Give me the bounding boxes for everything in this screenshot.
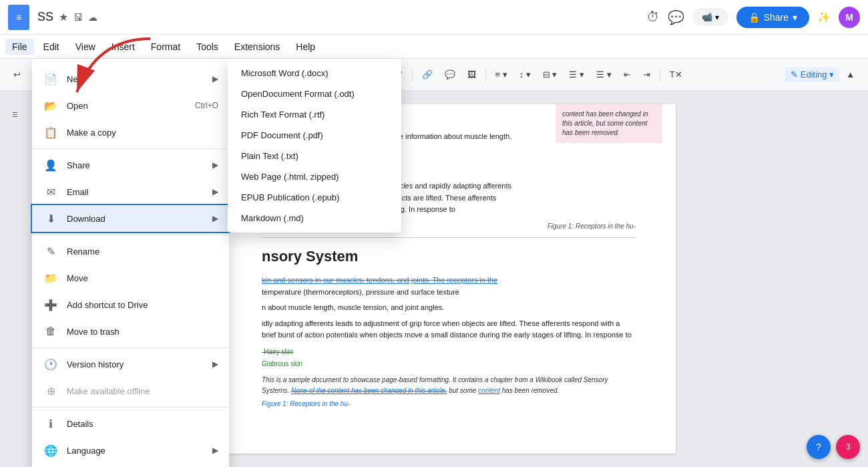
menu-bar: File Edit View Insert Format Tools Exten… [0, 35, 868, 59]
history-icon[interactable]: ⏱ [646, 9, 660, 25]
meet-button[interactable]: 📹 ▾ [692, 8, 728, 26]
download-odt[interactable]: OpenDocument Format (.odt) [228, 84, 401, 104]
footer-text: This is a sample document to showcase pa… [262, 375, 636, 396]
left-margin: ☰ [0, 91, 29, 467]
glabrous-skin: Glabrous skin [262, 359, 636, 369]
cloud-icon: ☁ [88, 12, 97, 23]
para3: kin and sensors in our muscles, tendons,… [262, 275, 636, 298]
menu-insert[interactable]: Insert [105, 39, 142, 55]
user-count-icon[interactable]: 3 [836, 435, 860, 459]
open-label: Open [67, 101, 195, 111]
help-icon[interactable]: ? [807, 435, 831, 459]
numbered-list-button[interactable]: ☰ ▾ [591, 67, 617, 82]
version-arrow: ▶ [212, 359, 218, 369]
insert-image-button[interactable]: 🖼 [462, 67, 481, 82]
menu-view[interactable]: View [69, 39, 102, 55]
file-open[interactable]: 📂 Open Ctrl+O [32, 92, 229, 119]
fig-caption-bottom: Figure 1: Receptors in the hu- [262, 399, 636, 410]
file-rename[interactable]: ✎ Rename [32, 238, 229, 265]
menu-format[interactable]: Format [144, 39, 187, 55]
share-arrow: ▶ [212, 160, 218, 170]
para5: idly adapting afferents leads to adjustm… [262, 318, 636, 341]
share-button[interactable]: 🔒 Share ▾ [736, 7, 809, 28]
toolbar-right: ⏱ 💬 📹 ▾ 🔒 Share ▾ ✨ M [646, 7, 860, 28]
editing-mode-dropdown[interactable]: ✎ Editing ▾ [785, 67, 839, 82]
file-version-history[interactable]: 🕐 Version history ▶ [32, 351, 229, 377]
file-menu: 📄 New ▶ 📂 Open Ctrl+O 📋 Make a copy 👤 Sh… [32, 59, 229, 467]
doc-title: SS [37, 10, 53, 24]
download-icon: ⬇ [43, 210, 59, 226]
star-icon[interactable]: ★ [59, 11, 68, 23]
avatar[interactable]: M [839, 7, 860, 28]
menu-tools[interactable]: Tools [190, 39, 225, 55]
para4: n about muscle length, muscle tension, a… [262, 302, 636, 314]
download-label: Download [67, 214, 212, 224]
file-move[interactable]: 📁 Move [32, 265, 229, 291]
offline-icon: ⊕ [43, 383, 59, 399]
shortcut-icon: ➕ [43, 297, 59, 313]
menu-edit[interactable]: Edit [37, 39, 66, 55]
sep5 [412, 68, 413, 82]
offline-label: Make available offline [67, 386, 218, 396]
details-icon: ℹ [43, 416, 59, 432]
meet-icon: 📹 [702, 12, 712, 22]
email-arrow: ▶ [212, 187, 218, 196]
big-title: nsory System [262, 245, 636, 268]
move-label: Move [67, 273, 218, 283]
decrease-indent-button[interactable]: ⇤ [618, 67, 636, 82]
file-language[interactable]: 🌐 Language ▶ [32, 437, 229, 464]
clear-format-button[interactable]: T✕ [664, 67, 688, 82]
align-button[interactable]: ≡ ▾ [490, 67, 513, 82]
download-html[interactable]: Web Page (.html, zipped) [228, 166, 401, 187]
file-new[interactable]: 📄 New ▶ [32, 65, 229, 92]
file-details[interactable]: ℹ Details [32, 410, 229, 437]
line-spacing-button[interactable]: ↕ ▾ [514, 67, 536, 82]
trash-icon: 🗑 [43, 323, 59, 339]
file-add-shortcut[interactable]: ➕ Add shortcut to Drive [32, 291, 229, 318]
share-icon: 🔒 [748, 12, 760, 23]
email-label: Email [67, 187, 212, 197]
download-md[interactable]: Markdown (.md) [228, 208, 401, 228]
comment-icon[interactable]: 💬 [668, 9, 684, 25]
file-share[interactable]: 👤 Share ▶ [32, 152, 229, 178]
share-label: Share [67, 160, 212, 170]
collapse-button[interactable]: ▲ [841, 67, 860, 82]
shortcut-label: Add shortcut to Drive [67, 300, 218, 310]
trash-label: Move to trash [67, 327, 218, 337]
menu-extensions[interactable]: Extensions [228, 39, 286, 55]
file-email[interactable]: ✉ Email ▶ [32, 178, 229, 205]
download-epub[interactable]: EPUB Publication (.epub) [228, 187, 401, 208]
meet-label: ▾ [715, 13, 719, 22]
bullet-list-button[interactable]: ☰ ▾ [564, 67, 590, 82]
file-menu-section3: ✎ Rename 📁 Move ➕ Add shortcut to Drive … [32, 235, 229, 348]
doc-icon [8, 5, 29, 30]
download-docx[interactable]: Microsoft Word (.docx) [228, 63, 401, 84]
columns-button[interactable]: ⊟ ▾ [537, 67, 563, 82]
download-rtf[interactable]: Rich Text Format (.rtf) [228, 104, 401, 125]
increase-indent-button[interactable]: ⇥ [638, 67, 656, 82]
open-icon: 📂 [43, 98, 59, 114]
share-icon: 👤 [43, 157, 59, 173]
menu-file[interactable]: File [5, 39, 34, 55]
download-txt[interactable]: Plain Text (.txt) [228, 146, 401, 166]
version-label: Version history [67, 359, 212, 369]
new-label: New [67, 74, 212, 84]
menu-help[interactable]: Help [289, 39, 322, 55]
language-arrow: ▶ [212, 446, 218, 455]
insert-comment-button[interactable]: 💬 [439, 67, 461, 82]
file-menu-section5: ℹ Details 🌐 Language ▶ 📄 Page setup 🖨 Pr… [32, 408, 229, 467]
file-page-setup[interactable]: 📄 Page setup [32, 464, 229, 467]
sep7 [660, 68, 660, 82]
file-menu-section4: 🕐 Version history ▶ ⊕ Make available off… [32, 348, 229, 408]
download-pdf[interactable]: PDF Document (.pdf) [228, 125, 401, 146]
doc-meta: SS ★ 🖫 ☁ [37, 10, 97, 24]
file-download[interactable]: ⬇ Download ▶ [32, 205, 229, 232]
save-icon: 🖫 [73, 12, 83, 23]
new-icon: 📄 [43, 71, 59, 87]
file-make-copy[interactable]: 📋 Make a copy [32, 119, 229, 146]
file-menu-section2: 👤 Share ▶ ✉ Email ▶ ⬇ Download ▶ [32, 149, 229, 235]
file-trash[interactable]: 🗑 Move to trash [32, 318, 229, 345]
link-button[interactable]: 🔗 [417, 67, 438, 82]
undo-button[interactable]: ↩ [8, 67, 26, 82]
download-submenu: Microsoft Word (.docx) OpenDocument Form… [228, 59, 401, 232]
